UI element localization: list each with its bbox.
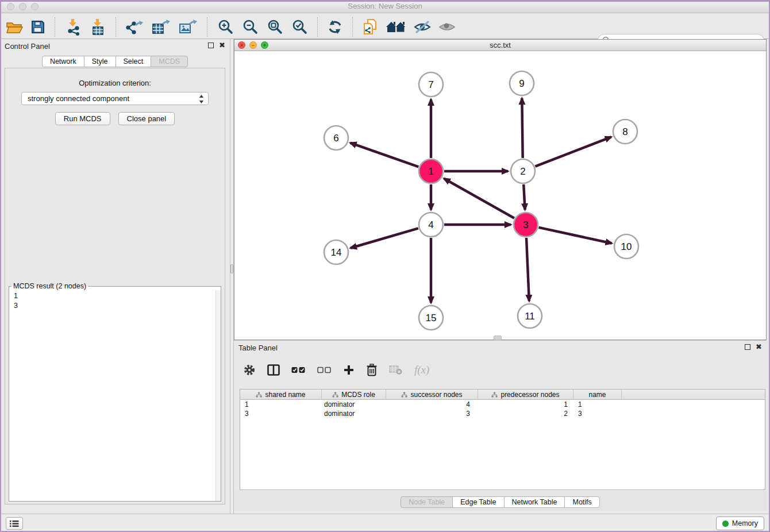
import-network-icon[interactable]	[64, 18, 82, 36]
close-window-button[interactable]	[7, 3, 14, 10]
node-15[interactable]: 15	[419, 306, 443, 330]
copy-network-view-icon[interactable]	[362, 18, 378, 36]
node-label: 3	[523, 219, 528, 230]
table-cell: 2	[478, 409, 573, 418]
table-tab-network-table[interactable]: Network Table	[504, 496, 565, 508]
tab-mcds[interactable]: MCDS	[151, 56, 188, 67]
mcds-panel: Optimization criterion: strongly connect…	[5, 68, 225, 504]
table-cell: 1	[478, 400, 573, 409]
network-canvas[interactable]: 7968124314101511	[234, 51, 766, 340]
mcds-result-lines: 13	[9, 290, 221, 312]
toolbar-separator	[317, 17, 318, 37]
edge-2-3[interactable]	[523, 184, 525, 210]
tab-network[interactable]: Network	[42, 56, 84, 67]
node-9[interactable]: 9	[510, 71, 534, 95]
window-controls	[7, 3, 38, 10]
table-row[interactable]: 3dominator323	[240, 409, 765, 418]
tab-style[interactable]: Style	[84, 56, 116, 67]
optimization-criterion-select[interactable]: strongly connected component	[21, 92, 209, 105]
node-label: 6	[333, 133, 338, 144]
delete-table-icon	[389, 365, 403, 375]
node-10[interactable]: 10	[614, 234, 638, 259]
desktop-edge	[0, 0, 1, 532]
task-history-button[interactable]	[6, 517, 23, 530]
export-image-icon[interactable]	[178, 18, 198, 36]
toolbar-separator	[207, 17, 207, 37]
edge-1-6[interactable]	[351, 143, 419, 167]
table-cell: 1	[240, 400, 322, 409]
node-4[interactable]: 4	[419, 213, 443, 237]
window-titlebar: Session: New Session	[0, 0, 770, 13]
table-tab-edge-table[interactable]: Edge Table	[452, 496, 504, 508]
run-mcds-button[interactable]: Run MCDS	[55, 112, 110, 125]
node-6[interactable]: 6	[324, 126, 348, 150]
node-1[interactable]: 1	[419, 159, 443, 183]
node-label: 2	[520, 166, 525, 177]
main-toolbar	[0, 15, 770, 39]
table-row[interactable]: 1dominator411	[240, 400, 765, 409]
edge-3-11[interactable]	[526, 238, 529, 301]
close-panel-button[interactable]: Close panel	[118, 112, 175, 125]
export-table-icon[interactable]	[151, 18, 171, 36]
node-11[interactable]: 11	[518, 304, 542, 328]
edge-2-8[interactable]	[535, 137, 611, 166]
table-cell: 3	[240, 409, 322, 418]
tab-select[interactable]: Select	[116, 56, 152, 67]
export-network-icon[interactable]	[125, 18, 144, 36]
table-settings-icon[interactable]	[243, 364, 256, 376]
float-table-panel-icon[interactable]	[745, 344, 750, 350]
network-close-button[interactable]: ✕	[238, 41, 245, 49]
deselect-all-rows-icon[interactable]	[317, 367, 332, 373]
edge-3-10[interactable]	[538, 228, 611, 244]
network-window-titlebar[interactable]: ✕ − + scc.txt	[234, 40, 766, 51]
select-all-rows-icon[interactable]	[291, 367, 306, 373]
table-tabs: Node TableEdge TableNetwork TableMotifs	[234, 496, 767, 508]
import-table-icon[interactable]	[89, 18, 106, 36]
show-hidden-icon[interactable]	[438, 20, 456, 34]
minimize-window-button[interactable]	[19, 3, 26, 10]
node-label: 9	[519, 78, 524, 89]
panel-splitter-vertical[interactable]	[230, 39, 234, 514]
network-view-window: ✕ − + scc.txt 7968124314101511	[234, 39, 767, 340]
close-panel-icon[interactable]: ✖	[219, 43, 225, 48]
column-header-mcds-role[interactable]: MCDS role	[322, 390, 386, 399]
column-header-name[interactable]: name	[573, 390, 622, 399]
add-column-icon[interactable]	[343, 364, 355, 376]
node-14[interactable]: 14	[324, 240, 348, 264]
result-scrollbar[interactable]	[215, 290, 221, 501]
zoom-in-icon[interactable]	[217, 18, 234, 36]
zoom-out-icon[interactable]	[241, 18, 259, 36]
node-7[interactable]: 7	[419, 72, 443, 97]
hide-selected-icon[interactable]	[414, 20, 431, 34]
show-all-networks-icon[interactable]	[386, 20, 406, 34]
float-panel-icon[interactable]	[208, 43, 214, 48]
column-header-successor-nodes[interactable]: successor nodes	[386, 390, 478, 399]
edge-4-14[interactable]	[351, 228, 418, 248]
node-2[interactable]: 2	[511, 159, 535, 183]
zoom-fit-icon[interactable]	[266, 18, 283, 36]
toolbar-separator	[55, 17, 55, 37]
table-body: 1dominator4113dominator323	[240, 400, 765, 418]
table-tab-node-table[interactable]: Node Table	[401, 496, 453, 508]
network-minimize-button[interactable]: −	[249, 41, 257, 49]
refresh-view-icon[interactable]	[327, 20, 343, 34]
column-header-shared-name[interactable]: shared name	[240, 390, 322, 399]
zoom-selected-icon[interactable]	[291, 18, 308, 36]
node-3[interactable]: 3	[514, 213, 538, 237]
zoom-window-button[interactable]	[31, 3, 38, 10]
node-8[interactable]: 8	[613, 119, 637, 144]
delete-column-icon[interactable]	[366, 364, 378, 376]
edge-3-1[interactable]	[444, 179, 514, 218]
result-line: 3	[14, 301, 216, 311]
open-session-icon[interactable]	[6, 20, 23, 34]
save-session-icon[interactable]	[30, 20, 45, 34]
panel-splitter-horizontal-grip[interactable]	[494, 336, 502, 340]
toggle-column-pane-icon[interactable]	[267, 364, 280, 376]
column-header-predecessor-nodes[interactable]: predecessor nodes	[478, 390, 573, 399]
edge-2-9[interactable]	[522, 98, 522, 158]
splitter-grip[interactable]	[230, 264, 233, 273]
table-tab-motifs[interactable]: Motifs	[564, 496, 599, 508]
network-zoom-button[interactable]: +	[261, 41, 268, 49]
close-table-panel-icon[interactable]: ✖	[756, 344, 762, 350]
memory-button[interactable]: Memory	[716, 516, 764, 530]
